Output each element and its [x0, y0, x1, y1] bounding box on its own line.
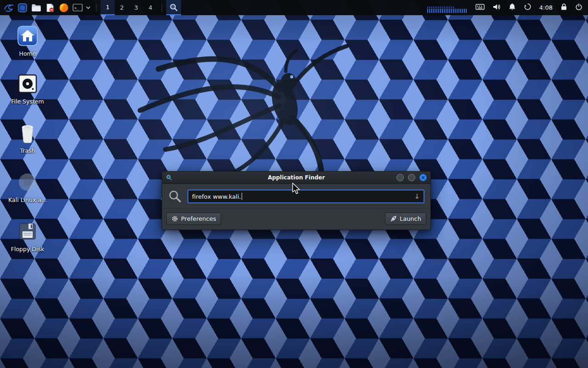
desktop-icon-file-system[interactable]: File System	[6, 73, 50, 105]
desktop-icon-floppy-disk[interactable]: Floppy Disk	[6, 220, 50, 253]
desktop-icon-label: Trash	[20, 147, 35, 154]
search-icon	[168, 190, 182, 203]
file-system-icon	[17, 73, 39, 95]
screen-lock-icon[interactable]	[560, 3, 567, 12]
preferences-label: Preferences	[181, 215, 216, 222]
application-finder-window: Application Finder × firefox www.kali. ↓…	[162, 171, 431, 230]
file-manager-icon[interactable]	[29, 0, 43, 15]
launch-icon	[390, 215, 397, 222]
kali-disc-icon	[17, 171, 39, 193]
chevron-down-icon[interactable]	[85, 0, 92, 15]
svg-text:>_: >_	[74, 6, 79, 10]
terminal-icon[interactable]: >_	[71, 0, 85, 15]
dialog-footer: Preferences Launch	[162, 208, 430, 230]
search-task-icon	[169, 3, 178, 12]
audio-visualizer	[427, 2, 468, 14]
minimize-button[interactable]	[396, 174, 404, 181]
window-title: Application Finder	[162, 174, 430, 181]
appfinder-task-button[interactable]	[166, 0, 181, 15]
workspace-4[interactable]: 4	[143, 0, 158, 15]
desktop-icon-label: Kali Linux a...	[8, 196, 47, 203]
workspace-4-label: 4	[148, 4, 152, 11]
text-cursor	[242, 193, 242, 200]
desktop-icon-label: File System	[11, 98, 44, 105]
volume-icon[interactable]	[492, 3, 501, 12]
floppy-icon	[17, 220, 39, 242]
system-tray: 4:08	[427, 2, 584, 14]
close-icon: ×	[421, 175, 425, 180]
desktop-icon-home[interactable]: Home	[6, 25, 50, 57]
workspace-1-label: 1	[106, 4, 109, 11]
keyboard-layout-icon[interactable]	[475, 3, 485, 12]
desktop-icon-label: Floppy Disk	[11, 246, 44, 253]
launch-button[interactable]: Launch	[385, 213, 426, 225]
gear-icon	[171, 215, 178, 222]
search-input-value: firefox www.kali.	[192, 193, 241, 200]
clock[interactable]: 4:08	[539, 4, 553, 11]
desktop-icon-trash[interactable]: Trash	[6, 122, 50, 154]
desktop-icon-label: Home	[19, 50, 36, 57]
workspace-3-label: 3	[134, 4, 138, 11]
workspace-1[interactable]: 1	[101, 0, 115, 15]
notifications-icon[interactable]	[509, 3, 516, 12]
window-controls: ×	[396, 174, 427, 181]
files-app-icon[interactable]	[16, 0, 29, 15]
text-editor-icon[interactable]	[43, 0, 57, 15]
power-icon[interactable]	[575, 3, 582, 12]
maximize-button[interactable]	[408, 174, 415, 181]
desktop-icon-kali-linux[interactable]: Kali Linux a...	[6, 171, 50, 203]
workspace-2-label: 2	[120, 4, 124, 11]
launch-label: Launch	[400, 215, 421, 222]
title-bar[interactable]: Application Finder ×	[162, 172, 430, 184]
firefox-icon[interactable]	[57, 0, 71, 15]
panel-separator	[96, 4, 96, 12]
mouse-cursor	[292, 183, 301, 195]
trash-icon	[17, 122, 39, 144]
updates-icon[interactable]	[524, 3, 531, 12]
workspace-2[interactable]: 2	[115, 0, 129, 15]
preferences-button[interactable]: Preferences	[166, 213, 221, 225]
workspace-3[interactable]: 3	[129, 0, 143, 15]
search-input[interactable]: firefox www.kali. ↓	[187, 190, 424, 203]
panel-separator	[162, 4, 162, 12]
top-panel: >_ 1 2 3 4	[0, 0, 588, 15]
dropdown-arrow-icon[interactable]: ↓	[414, 192, 420, 201]
kali-menu-icon[interactable]	[2, 0, 16, 15]
appfinder-window-icon	[166, 174, 172, 181]
close-button[interactable]: ×	[419, 174, 427, 181]
home-icon	[17, 25, 39, 47]
